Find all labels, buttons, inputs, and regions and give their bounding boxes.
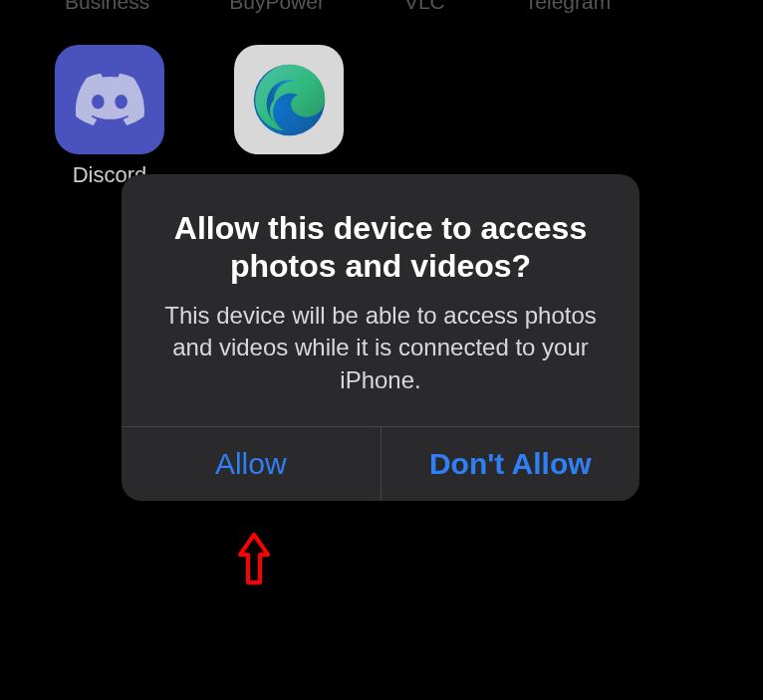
app-edge[interactable] — [234, 45, 344, 188]
annotation-arrow-icon — [234, 533, 274, 591]
dialog-title: Allow this device to access photos and v… — [149, 209, 612, 286]
permission-dialog: Allow this device to access photos and v… — [122, 174, 639, 501]
app-label-vlc: VLC — [404, 0, 445, 14]
app-row: Discord — [0, 0, 763, 188]
discord-logo-icon — [75, 73, 144, 127]
app-label-business: Business — [65, 0, 149, 14]
dont-allow-button[interactable]: Don't Allow — [381, 427, 640, 501]
discord-icon — [55, 45, 164, 154]
dialog-body: Allow this device to access photos and v… — [122, 174, 639, 426]
app-label-telegram: Telegram — [525, 0, 611, 14]
app-discord[interactable]: Discord — [55, 45, 164, 188]
app-label-buypower: BuyPower — [229, 0, 325, 14]
allow-button[interactable]: Allow — [122, 427, 381, 501]
edge-icon — [234, 45, 344, 154]
dialog-buttons: Allow Don't Allow — [122, 426, 639, 501]
edge-logo-icon — [247, 58, 332, 142]
top-app-labels: Business BuyPower VLC Telegram — [0, 0, 675, 14]
dialog-message: This device will be able to access photo… — [149, 300, 612, 396]
